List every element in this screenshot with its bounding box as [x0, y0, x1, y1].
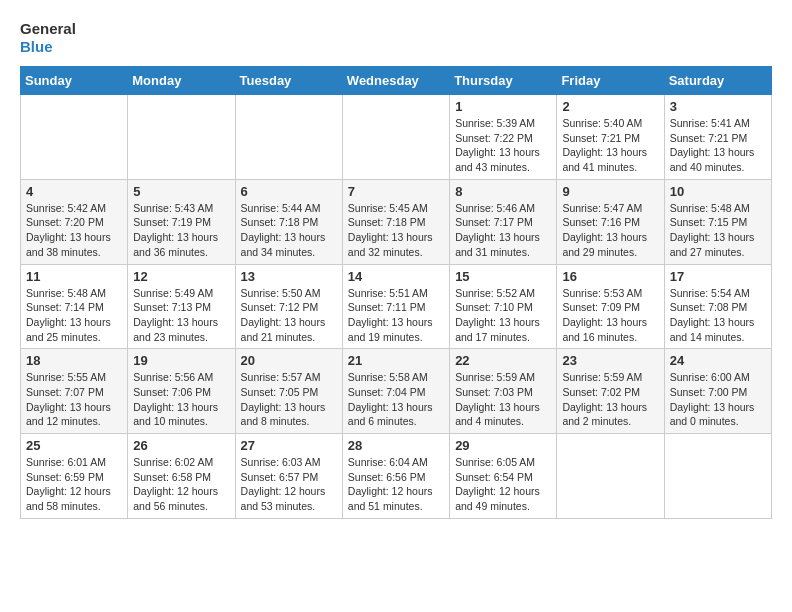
page-header: GeneralBlue [20, 20, 772, 56]
day-detail: Sunrise: 5:47 AM Sunset: 7:16 PM Dayligh… [562, 201, 658, 260]
day-number: 1 [455, 99, 551, 114]
calendar-cell: 6Sunrise: 5:44 AM Sunset: 7:18 PM Daylig… [235, 179, 342, 264]
logo-blue-text: Blue [20, 38, 76, 56]
weekday-header-sunday: Sunday [21, 67, 128, 95]
day-number: 15 [455, 269, 551, 284]
calendar-cell [664, 434, 771, 519]
day-number: 19 [133, 353, 229, 368]
week-row-1: 1Sunrise: 5:39 AM Sunset: 7:22 PM Daylig… [21, 95, 772, 180]
calendar-cell [557, 434, 664, 519]
day-detail: Sunrise: 5:46 AM Sunset: 7:17 PM Dayligh… [455, 201, 551, 260]
week-row-2: 4Sunrise: 5:42 AM Sunset: 7:20 PM Daylig… [21, 179, 772, 264]
calendar-cell: 3Sunrise: 5:41 AM Sunset: 7:21 PM Daylig… [664, 95, 771, 180]
day-number: 21 [348, 353, 444, 368]
calendar-cell: 21Sunrise: 5:58 AM Sunset: 7:04 PM Dayli… [342, 349, 449, 434]
calendar-table: SundayMondayTuesdayWednesdayThursdayFrid… [20, 66, 772, 519]
day-number: 16 [562, 269, 658, 284]
calendar-cell: 23Sunrise: 5:59 AM Sunset: 7:02 PM Dayli… [557, 349, 664, 434]
day-number: 13 [241, 269, 337, 284]
weekday-header-row: SundayMondayTuesdayWednesdayThursdayFrid… [21, 67, 772, 95]
calendar-cell: 9Sunrise: 5:47 AM Sunset: 7:16 PM Daylig… [557, 179, 664, 264]
calendar-cell: 12Sunrise: 5:49 AM Sunset: 7:13 PM Dayli… [128, 264, 235, 349]
day-detail: Sunrise: 5:44 AM Sunset: 7:18 PM Dayligh… [241, 201, 337, 260]
day-number: 12 [133, 269, 229, 284]
day-detail: Sunrise: 6:03 AM Sunset: 6:57 PM Dayligh… [241, 455, 337, 514]
day-detail: Sunrise: 5:42 AM Sunset: 7:20 PM Dayligh… [26, 201, 122, 260]
day-detail: Sunrise: 5:45 AM Sunset: 7:18 PM Dayligh… [348, 201, 444, 260]
day-number: 28 [348, 438, 444, 453]
weekday-header-wednesday: Wednesday [342, 67, 449, 95]
calendar-cell [21, 95, 128, 180]
day-number: 4 [26, 184, 122, 199]
calendar-cell: 29Sunrise: 6:05 AM Sunset: 6:54 PM Dayli… [450, 434, 557, 519]
calendar-cell: 20Sunrise: 5:57 AM Sunset: 7:05 PM Dayli… [235, 349, 342, 434]
week-row-4: 18Sunrise: 5:55 AM Sunset: 7:07 PM Dayli… [21, 349, 772, 434]
day-detail: Sunrise: 5:48 AM Sunset: 7:14 PM Dayligh… [26, 286, 122, 345]
weekday-header-monday: Monday [128, 67, 235, 95]
day-number: 22 [455, 353, 551, 368]
day-detail: Sunrise: 5:55 AM Sunset: 7:07 PM Dayligh… [26, 370, 122, 429]
day-detail: Sunrise: 5:58 AM Sunset: 7:04 PM Dayligh… [348, 370, 444, 429]
day-number: 25 [26, 438, 122, 453]
day-detail: Sunrise: 5:50 AM Sunset: 7:12 PM Dayligh… [241, 286, 337, 345]
calendar-cell: 26Sunrise: 6:02 AM Sunset: 6:58 PM Dayli… [128, 434, 235, 519]
day-detail: Sunrise: 6:05 AM Sunset: 6:54 PM Dayligh… [455, 455, 551, 514]
day-detail: Sunrise: 6:04 AM Sunset: 6:56 PM Dayligh… [348, 455, 444, 514]
logo-general-text: General [20, 20, 76, 38]
day-detail: Sunrise: 5:49 AM Sunset: 7:13 PM Dayligh… [133, 286, 229, 345]
calendar-cell: 14Sunrise: 5:51 AM Sunset: 7:11 PM Dayli… [342, 264, 449, 349]
day-detail: Sunrise: 5:56 AM Sunset: 7:06 PM Dayligh… [133, 370, 229, 429]
day-detail: Sunrise: 5:59 AM Sunset: 7:02 PM Dayligh… [562, 370, 658, 429]
day-number: 6 [241, 184, 337, 199]
day-number: 5 [133, 184, 229, 199]
weekday-header-friday: Friday [557, 67, 664, 95]
day-detail: Sunrise: 5:41 AM Sunset: 7:21 PM Dayligh… [670, 116, 766, 175]
weekday-header-saturday: Saturday [664, 67, 771, 95]
calendar-cell: 1Sunrise: 5:39 AM Sunset: 7:22 PM Daylig… [450, 95, 557, 180]
day-detail: Sunrise: 5:52 AM Sunset: 7:10 PM Dayligh… [455, 286, 551, 345]
calendar-cell: 4Sunrise: 5:42 AM Sunset: 7:20 PM Daylig… [21, 179, 128, 264]
calendar-cell [128, 95, 235, 180]
day-number: 10 [670, 184, 766, 199]
day-number: 9 [562, 184, 658, 199]
calendar-cell: 18Sunrise: 5:55 AM Sunset: 7:07 PM Dayli… [21, 349, 128, 434]
week-row-3: 11Sunrise: 5:48 AM Sunset: 7:14 PM Dayli… [21, 264, 772, 349]
weekday-header-thursday: Thursday [450, 67, 557, 95]
calendar-cell: 16Sunrise: 5:53 AM Sunset: 7:09 PM Dayli… [557, 264, 664, 349]
day-number: 14 [348, 269, 444, 284]
calendar-cell: 7Sunrise: 5:45 AM Sunset: 7:18 PM Daylig… [342, 179, 449, 264]
day-number: 26 [133, 438, 229, 453]
calendar-cell: 24Sunrise: 6:00 AM Sunset: 7:00 PM Dayli… [664, 349, 771, 434]
calendar-cell: 19Sunrise: 5:56 AM Sunset: 7:06 PM Dayli… [128, 349, 235, 434]
day-detail: Sunrise: 5:59 AM Sunset: 7:03 PM Dayligh… [455, 370, 551, 429]
day-detail: Sunrise: 5:40 AM Sunset: 7:21 PM Dayligh… [562, 116, 658, 175]
calendar-cell [342, 95, 449, 180]
day-number: 2 [562, 99, 658, 114]
day-detail: Sunrise: 6:02 AM Sunset: 6:58 PM Dayligh… [133, 455, 229, 514]
day-number: 3 [670, 99, 766, 114]
day-number: 7 [348, 184, 444, 199]
calendar-cell: 27Sunrise: 6:03 AM Sunset: 6:57 PM Dayli… [235, 434, 342, 519]
calendar-cell: 17Sunrise: 5:54 AM Sunset: 7:08 PM Dayli… [664, 264, 771, 349]
day-number: 8 [455, 184, 551, 199]
calendar-cell: 11Sunrise: 5:48 AM Sunset: 7:14 PM Dayli… [21, 264, 128, 349]
day-detail: Sunrise: 5:51 AM Sunset: 7:11 PM Dayligh… [348, 286, 444, 345]
calendar-cell: 15Sunrise: 5:52 AM Sunset: 7:10 PM Dayli… [450, 264, 557, 349]
week-row-5: 25Sunrise: 6:01 AM Sunset: 6:59 PM Dayli… [21, 434, 772, 519]
calendar-cell: 10Sunrise: 5:48 AM Sunset: 7:15 PM Dayli… [664, 179, 771, 264]
day-number: 23 [562, 353, 658, 368]
day-number: 20 [241, 353, 337, 368]
day-number: 24 [670, 353, 766, 368]
calendar-cell: 13Sunrise: 5:50 AM Sunset: 7:12 PM Dayli… [235, 264, 342, 349]
day-detail: Sunrise: 5:54 AM Sunset: 7:08 PM Dayligh… [670, 286, 766, 345]
calendar-cell [235, 95, 342, 180]
day-detail: Sunrise: 6:00 AM Sunset: 7:00 PM Dayligh… [670, 370, 766, 429]
day-detail: Sunrise: 5:39 AM Sunset: 7:22 PM Dayligh… [455, 116, 551, 175]
day-number: 27 [241, 438, 337, 453]
day-detail: Sunrise: 5:53 AM Sunset: 7:09 PM Dayligh… [562, 286, 658, 345]
calendar-cell: 28Sunrise: 6:04 AM Sunset: 6:56 PM Dayli… [342, 434, 449, 519]
day-number: 17 [670, 269, 766, 284]
day-detail: Sunrise: 5:43 AM Sunset: 7:19 PM Dayligh… [133, 201, 229, 260]
calendar-cell: 22Sunrise: 5:59 AM Sunset: 7:03 PM Dayli… [450, 349, 557, 434]
day-detail: Sunrise: 6:01 AM Sunset: 6:59 PM Dayligh… [26, 455, 122, 514]
